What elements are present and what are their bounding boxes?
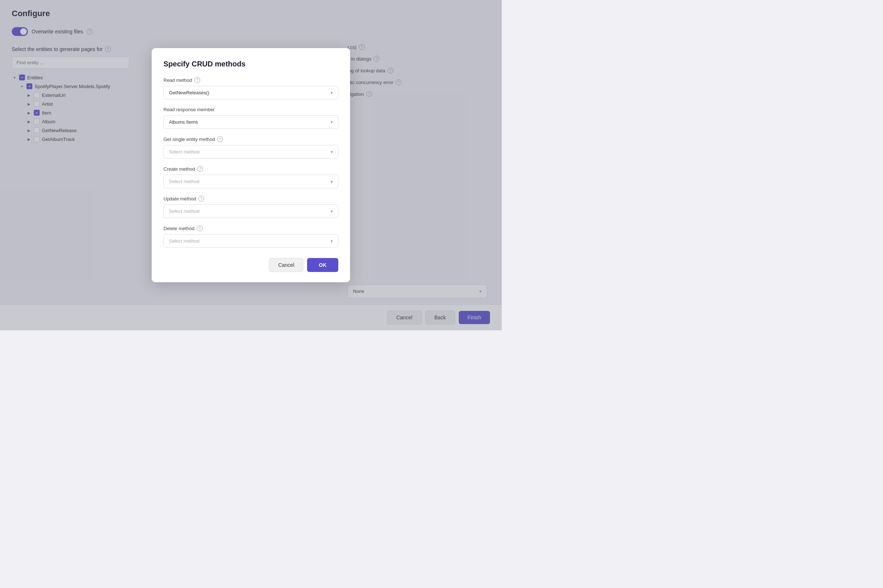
modal-title: Specify CRUD methods bbox=[164, 60, 338, 68]
field-read-method: Read method ? GetNewReleases() ▾ bbox=[164, 77, 338, 99]
select-update-method[interactable]: Select method ▾ bbox=[164, 204, 338, 218]
crud-modal: Specify CRUD methods Read method ? GetNe… bbox=[152, 48, 350, 282]
modal-overlay: Specify CRUD methods Read method ? GetNe… bbox=[0, 0, 502, 330]
main-container: Configure Overwrite existing files ? Sel… bbox=[0, 0, 502, 330]
field-update-method: Update method ? Select method ▾ bbox=[164, 196, 338, 218]
field-read-response-member: Read response member Albums.Items ▾ bbox=[164, 107, 338, 129]
help-delete-method[interactable]: ? bbox=[197, 225, 203, 231]
field-create-method: Create method ? Select method ▾ bbox=[164, 166, 338, 188]
field-delete-method: Delete method ? Select method ▾ bbox=[164, 225, 338, 248]
chevron-get-single-icon: ▾ bbox=[331, 149, 333, 154]
modal-footer: Cancel OK bbox=[164, 258, 338, 272]
label-update-method: Update method ? bbox=[164, 196, 338, 201]
chevron-update-icon: ▾ bbox=[331, 209, 333, 214]
help-update-method[interactable]: ? bbox=[199, 196, 204, 201]
chevron-delete-icon: ▾ bbox=[331, 238, 333, 244]
help-create-method[interactable]: ? bbox=[197, 166, 203, 172]
label-create-method: Create method ? bbox=[164, 166, 338, 172]
select-create-method[interactable]: Select method ▾ bbox=[164, 175, 338, 188]
select-get-single-entity[interactable]: Select method ▾ bbox=[164, 145, 338, 159]
label-read-response-member: Read response member bbox=[164, 107, 338, 112]
chevron-create-icon: ▾ bbox=[331, 179, 333, 184]
label-read-method: Read method ? bbox=[164, 77, 338, 83]
help-get-single-entity[interactable]: ? bbox=[217, 136, 223, 142]
label-get-single-entity: Get single entity method ? bbox=[164, 136, 338, 142]
label-delete-method: Delete method ? bbox=[164, 225, 338, 231]
help-read-method[interactable]: ? bbox=[194, 77, 200, 83]
select-read-method[interactable]: GetNewReleases() ▾ bbox=[164, 86, 338, 99]
field-get-single-entity: Get single entity method ? Select method… bbox=[164, 136, 338, 159]
chevron-read-method-icon: ▾ bbox=[331, 90, 333, 95]
chevron-read-response-icon: ▾ bbox=[331, 120, 333, 125]
modal-ok-button[interactable]: OK bbox=[307, 258, 338, 272]
select-delete-method[interactable]: Select method ▾ bbox=[164, 234, 338, 248]
modal-cancel-button[interactable]: Cancel bbox=[269, 258, 303, 272]
select-read-response-member[interactable]: Albums.Items ▾ bbox=[164, 115, 338, 129]
